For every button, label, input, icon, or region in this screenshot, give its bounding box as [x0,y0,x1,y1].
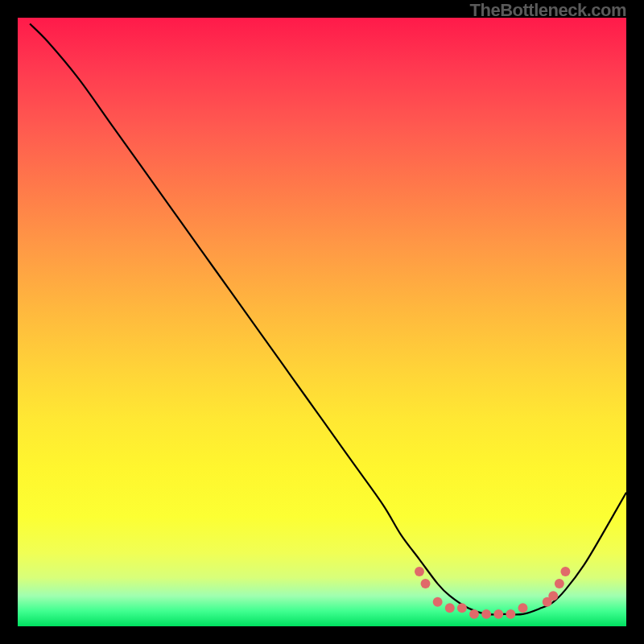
curve-marker [555,579,564,588]
curve-marker [493,609,503,619]
watermark-text: TheBottleneck.com [470,0,626,21]
curve-markers [415,567,570,619]
curve-marker [445,603,455,613]
curve-marker [518,603,528,613]
curve-marker [469,609,479,619]
curve-marker [548,591,558,601]
curve-marker [481,609,491,619]
curve-marker [415,567,424,576]
curve-marker [560,567,570,576]
curve-marker [421,579,431,588]
curve-marker [457,603,467,613]
curve-marker [506,609,515,619]
bottleneck-curve [30,24,626,615]
chart-plot-area [16,16,628,628]
curve-marker [433,597,443,607]
chart-svg [18,18,626,626]
